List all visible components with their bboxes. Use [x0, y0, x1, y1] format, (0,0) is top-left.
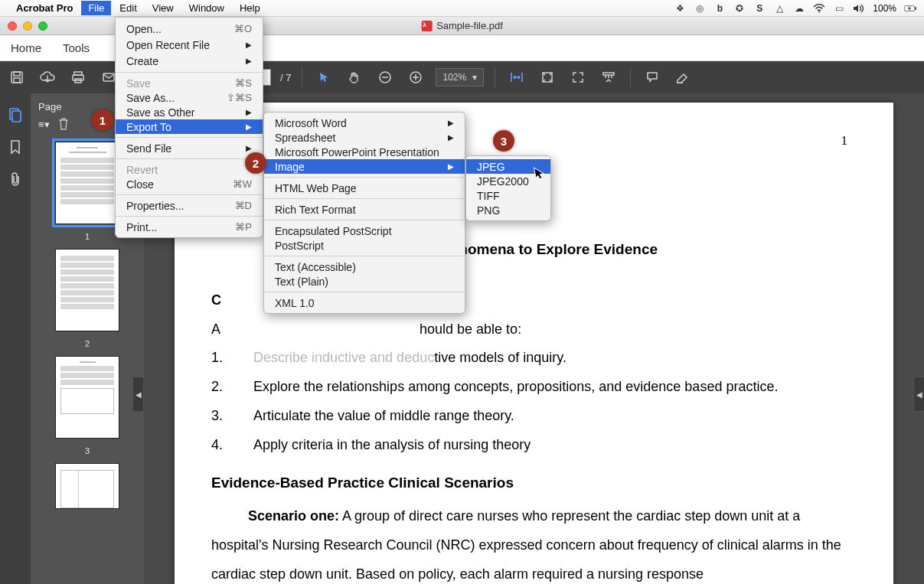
- thumbnail-page-2[interactable]: [55, 249, 119, 331]
- hand-icon[interactable]: [344, 67, 365, 88]
- b-icon[interactable]: b: [713, 2, 726, 15]
- thumbnail-label: 3: [85, 446, 90, 455]
- menu-window[interactable]: Window: [182, 1, 231, 15]
- file-menu: Open...⌘O Open Recent File▶ Create▶ Save…: [115, 17, 263, 238]
- image-tiff[interactable]: TIFF: [466, 188, 550, 203]
- battery-percent: 100%: [873, 3, 896, 14]
- menu-open[interactable]: Open...⌘O: [116, 21, 263, 37]
- menu-save-as[interactable]: Save As...⇧⌘S: [116, 90, 263, 105]
- menu-open-recent[interactable]: Open Recent File▶: [116, 37, 263, 53]
- tools-pane-toggle[interactable]: ◀: [913, 377, 924, 412]
- intro-a: A: [211, 315, 220, 344]
- window-zoom[interactable]: [38, 21, 47, 31]
- display-icon[interactable]: ▭: [833, 2, 845, 15]
- side-rail: [0, 93, 31, 584]
- menu-properties[interactable]: Properties...⌘D: [116, 198, 263, 213]
- menu-help[interactable]: Help: [233, 1, 267, 15]
- gdrive-icon[interactable]: △: [773, 2, 785, 15]
- comment-icon[interactable]: [642, 67, 663, 88]
- s-icon[interactable]: S: [753, 2, 766, 15]
- annotation-badge-2: 2: [245, 152, 266, 174]
- export-ps[interactable]: PostScript: [264, 238, 465, 253]
- thumbnails-label: Page: [38, 101, 61, 113]
- battery-icon[interactable]: [904, 2, 916, 15]
- evernote-icon[interactable]: ✪: [733, 2, 746, 15]
- cloud-icon[interactable]: [37, 67, 58, 88]
- cursor-icon: [534, 165, 547, 181]
- trash-icon[interactable]: [57, 117, 70, 131]
- print-icon[interactable]: [67, 67, 89, 88]
- menu-save: Save⌘S: [116, 76, 263, 90]
- menu-close[interactable]: Close⌘W: [116, 177, 263, 191]
- thumbnail-page-1[interactable]: [55, 142, 119, 224]
- obj-num: 2.: [211, 373, 223, 402]
- wifi-icon[interactable]: [813, 2, 825, 15]
- obj-num: 4.: [211, 431, 223, 460]
- export-ppt[interactable]: Microsoft PowerPoint Presentation: [264, 145, 465, 159]
- intro-b: hould be able to:: [420, 315, 521, 344]
- tab-home[interactable]: Home: [11, 41, 41, 54]
- export-rtf[interactable]: Rich Text Format: [264, 202, 465, 217]
- thumbnail-label: 1: [85, 232, 90, 241]
- export-menu: Microsoft Word▶ Spreadsheet▶ Microsoft P…: [263, 112, 465, 314]
- page-number: 1: [841, 133, 848, 148]
- export-eps[interactable]: Encapsulated PostScript: [264, 223, 465, 238]
- thumbnail-options[interactable]: ≡▾: [38, 119, 50, 130]
- menu-view[interactable]: View: [145, 1, 181, 15]
- export-html[interactable]: HTML Web Page: [264, 181, 465, 195]
- menu-edit[interactable]: Edit: [113, 1, 143, 15]
- fit-width-icon[interactable]: [506, 67, 527, 88]
- read-mode-icon[interactable]: [598, 67, 619, 88]
- svg-rect-4: [14, 72, 20, 76]
- thumbnails-toggle[interactable]: ◀: [133, 377, 144, 412]
- attachment-icon[interactable]: [9, 171, 21, 187]
- menu-export-to[interactable]: Export To▶: [116, 119, 263, 134]
- obj1: tive models of inquiry.: [434, 350, 566, 365]
- window-minimize[interactable]: [23, 21, 32, 31]
- zoom-in-icon[interactable]: [405, 67, 426, 88]
- image-png[interactable]: PNG: [466, 203, 550, 217]
- svg-rect-9: [103, 73, 114, 81]
- svg-rect-7: [73, 75, 83, 80]
- svg-rect-14: [603, 73, 614, 75]
- annotation-badge-3: 3: [493, 130, 514, 152]
- export-xml[interactable]: XML 1.0: [264, 295, 465, 310]
- window-close[interactable]: [8, 21, 17, 31]
- fit-page-icon[interactable]: [537, 67, 558, 88]
- export-image[interactable]: Image▶: [264, 159, 465, 174]
- volume-icon[interactable]: [853, 2, 865, 15]
- menu-send-file[interactable]: Send File▶: [116, 141, 263, 155]
- svg-point-0: [818, 11, 820, 12]
- image-format-menu: JPEG JPEG2000 TIFF PNG: [465, 155, 551, 221]
- cloud-icon[interactable]: ☁: [793, 2, 805, 15]
- export-text-plain[interactable]: Text (Plain): [264, 274, 465, 289]
- menu-file[interactable]: File: [81, 1, 111, 15]
- menu-print[interactable]: Print...⌘P: [116, 220, 263, 234]
- bookmark-icon[interactable]: [9, 139, 21, 155]
- dropbox-icon[interactable]: ❖: [674, 2, 686, 15]
- circles-icon[interactable]: ◎: [694, 2, 706, 15]
- export-word[interactable]: Microsoft Word▶: [264, 116, 465, 130]
- pointer-icon[interactable]: [313, 67, 335, 88]
- chevron-down-icon: ▾: [472, 72, 477, 83]
- zoom-out-icon[interactable]: [374, 67, 396, 88]
- pdf-icon: λ: [421, 21, 432, 31]
- export-text-accessible[interactable]: Text (Accessible): [264, 259, 465, 274]
- obj-num: 1.: [211, 344, 223, 373]
- obj4: Apply criteria in the analysis of nursin…: [253, 431, 531, 460]
- page-total: / 7: [280, 72, 291, 83]
- menu-create[interactable]: Create▶: [116, 53, 263, 69]
- thumbnail-page-3[interactable]: [55, 356, 119, 439]
- app-name[interactable]: Acrobat Pro: [9, 1, 80, 15]
- zoom-select[interactable]: 102%▾: [436, 68, 484, 86]
- thumbnails-icon[interactable]: [8, 107, 23, 122]
- export-spreadsheet[interactable]: Spreadsheet▶: [264, 130, 465, 145]
- save-icon[interactable]: [6, 67, 28, 88]
- thumbnail-label: 2: [85, 339, 90, 348]
- menu-save-other[interactable]: Save as Other▶: [116, 105, 263, 119]
- highlight-icon[interactable]: [672, 67, 694, 88]
- window-title: Sample-file.pdf: [436, 20, 503, 31]
- fullscreen-icon[interactable]: [567, 67, 589, 88]
- tab-tools[interactable]: Tools: [63, 41, 90, 54]
- thumbnail-page-4[interactable]: [55, 463, 119, 509]
